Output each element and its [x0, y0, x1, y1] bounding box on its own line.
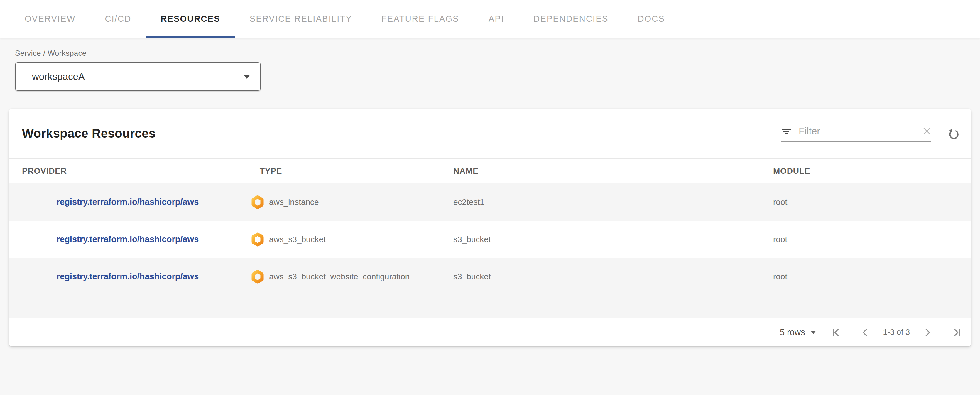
provider-link[interactable]: registry.terraform.io/hashicorp/aws — [57, 272, 199, 281]
first-page-button[interactable] — [829, 326, 842, 339]
table-row: registry.terraform.io/hashicorp/aws aws_… — [9, 258, 971, 295]
clear-filter-button[interactable] — [923, 127, 931, 135]
tab-ci-cd[interactable]: CI/CD — [90, 0, 146, 38]
tab-api[interactable]: API — [474, 0, 519, 38]
table-header-row: PROVIDER TYPE NAME MODULE — [9, 158, 971, 183]
resource-name: ec2test1 — [440, 198, 760, 207]
filter-input[interactable] — [798, 125, 923, 137]
resource-module: root — [760, 198, 971, 207]
pagination-bar: 5 rows 1-3 of 3 — [9, 319, 971, 346]
card-header: Workspace Resources — [9, 108, 971, 158]
workspace-resources-card: Workspace Resources — [9, 108, 971, 346]
resource-type: aws_instance — [269, 198, 319, 207]
provider-link[interactable]: registry.terraform.io/hashicorp/aws — [57, 234, 199, 244]
tab-label: FEATURE FLAGS — [382, 14, 459, 24]
rows-per-page-select[interactable]: 5 rows — [780, 328, 816, 337]
column-header-name: NAME — [440, 166, 760, 176]
terraform-provider-hexagon-icon — [251, 195, 264, 210]
entity-tab-bar: OVERVIEW CI/CD RESOURCES SERVICE RELIABI… — [0, 0, 980, 38]
tab-service-reliability[interactable]: SERVICE RELIABILITY — [235, 0, 367, 38]
previous-page-button[interactable] — [859, 326, 872, 339]
column-header-provider: PROVIDER — [9, 166, 247, 176]
chevron-right-icon — [922, 327, 933, 338]
terraform-provider-hexagon-icon — [251, 269, 264, 284]
resource-module: root — [760, 235, 971, 244]
tab-overview[interactable]: OVERVIEW — [10, 0, 90, 38]
tab-label: RESOURCES — [161, 14, 220, 24]
pagination-range: 1-3 of 3 — [883, 328, 910, 337]
next-page-button[interactable] — [921, 326, 934, 339]
table-row: registry.terraform.io/hashicorp/aws aws_… — [9, 183, 971, 221]
provider-link[interactable]: registry.terraform.io/hashicorp/aws — [57, 197, 199, 207]
resource-type: aws_s3_bucket — [269, 235, 326, 244]
workspace-select[interactable]: workspaceA — [15, 62, 261, 91]
chevron-down-icon — [243, 75, 250, 79]
chevron-left-icon — [859, 327, 871, 338]
tab-label: OVERVIEW — [25, 14, 75, 24]
filter-icon — [781, 126, 792, 137]
workspace-selector-label: Service / Workspace — [15, 49, 980, 58]
tab-label: CI/CD — [105, 14, 131, 24]
tab-label: DEPENDENCIES — [533, 14, 608, 24]
table-filler-space — [9, 295, 971, 319]
resource-name: s3_bucket — [440, 272, 760, 282]
workspace-selector: Service / Workspace workspaceA — [15, 49, 980, 91]
workspace-select-value: workspaceA — [32, 71, 85, 82]
refresh-icon — [947, 127, 961, 140]
first-page-icon — [830, 327, 842, 338]
last-page-icon — [951, 327, 963, 338]
filter-box — [781, 125, 931, 142]
terraform-provider-hexagon-icon — [251, 232, 264, 247]
resource-type: aws_s3_bucket_website_configuration — [269, 272, 410, 282]
tab-feature-flags[interactable]: FEATURE FLAGS — [367, 0, 474, 38]
tab-docs[interactable]: DOCS — [623, 0, 679, 38]
last-page-button[interactable] — [950, 326, 963, 339]
chevron-down-icon — [811, 331, 816, 334]
tab-label: DOCS — [638, 14, 665, 24]
table-row: registry.terraform.io/hashicorp/aws aws_… — [9, 221, 971, 258]
tab-label: SERVICE RELIABILITY — [250, 14, 352, 24]
resource-module: root — [760, 272, 971, 282]
resource-name: s3_bucket — [440, 235, 760, 244]
column-header-type: TYPE — [247, 166, 440, 176]
tab-label: API — [488, 14, 504, 24]
column-header-module: MODULE — [760, 166, 971, 176]
tab-dependencies[interactable]: DEPENDENCIES — [519, 0, 623, 38]
rows-per-page-value: 5 rows — [780, 328, 805, 337]
card-title: Workspace Resources — [22, 126, 156, 140]
refresh-button[interactable] — [947, 127, 961, 140]
tab-resources[interactable]: RESOURCES — [146, 0, 235, 38]
close-icon — [923, 127, 931, 135]
table-body: registry.terraform.io/hashicorp/aws aws_… — [9, 183, 971, 295]
